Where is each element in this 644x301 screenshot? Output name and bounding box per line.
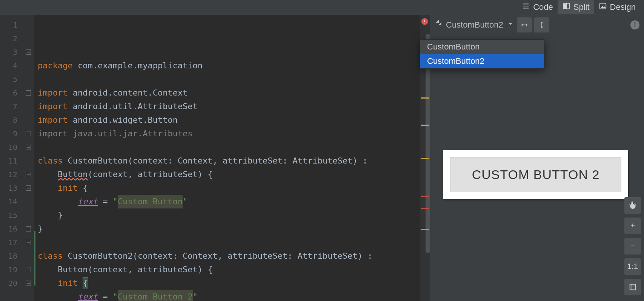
code-editor[interactable]: 1234567891011121314151617181920 package … xyxy=(0,15,430,301)
warning-marker[interactable] xyxy=(421,158,429,159)
preview-canvas[interactable]: CUSTOM BUTTON 2 + − 1:1 xyxy=(430,35,644,301)
fold-toggle-icon[interactable] xyxy=(26,240,31,245)
code-line[interactable]: init { xyxy=(38,181,420,195)
code-line[interactable]: import android.widget.Button xyxy=(38,113,420,127)
chevron-down-icon xyxy=(506,20,515,30)
line-number: 9 xyxy=(0,127,17,140)
orientation-vertical-button[interactable] xyxy=(534,17,549,32)
split-icon xyxy=(562,2,570,12)
view-mode-code[interactable]: Code xyxy=(517,0,558,14)
line-number: 19 xyxy=(0,263,17,276)
code-line[interactable]: import java.util.jar.Attributes xyxy=(38,127,420,140)
line-number: 1 xyxy=(0,18,17,32)
zoom-out-tool[interactable]: − xyxy=(624,238,641,255)
code-line[interactable]: package com.example.myapplication xyxy=(38,59,420,73)
preview-rendered-widget: CUSTOM BUTTON 2 xyxy=(443,150,628,199)
fold-toggle-icon[interactable] xyxy=(26,49,31,55)
code-line[interactable] xyxy=(38,140,420,154)
preview-view-selector-label: CustomButton2 xyxy=(446,20,503,30)
line-number: 10 xyxy=(0,140,17,154)
line-number: 5 xyxy=(0,73,17,86)
svg-marker-6 xyxy=(601,6,606,8)
code-line[interactable] xyxy=(38,236,420,249)
code-line[interactable]: class CustomButton2(context: Context, at… xyxy=(38,249,420,263)
pan-tool[interactable] xyxy=(624,197,641,214)
code-text-area[interactable]: package com.example.myapplicationimport … xyxy=(34,15,420,301)
line-number: 7 xyxy=(0,100,17,113)
line-number: 6 xyxy=(0,86,17,100)
view-mode-code-label: Code xyxy=(533,2,553,12)
error-marker[interactable] xyxy=(421,196,429,197)
svg-rect-3 xyxy=(563,3,566,9)
code-line[interactable]: } xyxy=(38,222,420,236)
preview-zoom-tools: + − 1:1 xyxy=(624,197,641,295)
fold-toggle-icon[interactable] xyxy=(26,131,31,136)
line-number: 17 xyxy=(0,236,17,249)
code-line[interactable]: Button(context, attributeSet) { xyxy=(38,168,420,181)
error-marker[interactable] xyxy=(421,208,429,209)
rendered-button: CUSTOM BUTTON 2 xyxy=(450,157,621,192)
view-mode-split[interactable]: Split xyxy=(558,0,594,14)
code-line[interactable]: text = "Custom Button 2" xyxy=(38,290,420,301)
fold-toggle-icon[interactable] xyxy=(26,172,31,177)
line-number: 11 xyxy=(0,154,17,168)
code-line[interactable]: import android.content.Context xyxy=(38,86,420,100)
code-line[interactable]: class CustomButton(context: Context, att… xyxy=(38,154,420,168)
line-number: 13 xyxy=(0,181,17,195)
fold-toggle-icon[interactable] xyxy=(26,90,31,96)
list-icon xyxy=(522,2,530,12)
line-number-gutter: 1234567891011121314151617181920 xyxy=(0,15,23,301)
tools-icon xyxy=(435,20,443,30)
preview-dropdown-option[interactable]: CustomButton xyxy=(420,40,544,54)
fold-toggle-icon[interactable] xyxy=(26,145,31,150)
view-mode-split-label: Split xyxy=(573,2,590,12)
zoom-in-tool[interactable]: + xyxy=(624,218,641,234)
vcs-change-marker xyxy=(34,231,35,286)
line-number: 15 xyxy=(0,208,17,222)
line-number: 3 xyxy=(0,45,17,59)
warning-marker[interactable] xyxy=(421,125,429,126)
view-mode-toolbar: Code Split Design xyxy=(0,0,644,15)
svg-rect-4 xyxy=(567,3,569,9)
orientation-horizontal-button[interactable] xyxy=(517,17,532,32)
fold-toggle-icon[interactable] xyxy=(26,185,31,191)
main-split: 1234567891011121314151617181920 package … xyxy=(0,15,644,301)
fold-toggle-icon[interactable] xyxy=(26,281,31,286)
line-number: 12 xyxy=(0,168,17,181)
line-number: 16 xyxy=(0,222,17,236)
line-number: 4 xyxy=(0,59,17,73)
line-number: 18 xyxy=(0,249,17,263)
warning-marker[interactable] xyxy=(421,97,429,99)
line-number: 8 xyxy=(0,113,17,127)
warning-marker[interactable] xyxy=(421,229,429,230)
preview-issues-badge[interactable]: ! xyxy=(630,20,639,29)
code-line[interactable]: init { xyxy=(38,276,420,290)
line-number: 2 xyxy=(0,32,17,45)
code-line[interactable] xyxy=(38,73,420,86)
fold-gutter xyxy=(23,15,34,301)
zoom-actual-tool[interactable]: 1:1 xyxy=(624,258,641,275)
view-mode-design[interactable]: Design xyxy=(594,0,640,14)
code-line[interactable]: import android.util.AttributeSet xyxy=(38,100,420,113)
preview-toolbar: CustomButton2 ! xyxy=(430,15,644,35)
preview-dropdown-option[interactable]: CustomButton2 xyxy=(420,54,544,68)
preview-view-selector[interactable]: CustomButton2 xyxy=(435,20,515,30)
code-line[interactable]: Button(context, attributeSet) { xyxy=(38,263,420,276)
view-mode-design-label: Design xyxy=(610,2,636,12)
preview-view-dropdown[interactable]: CustomButtonCustomButton2 xyxy=(420,39,544,69)
svg-rect-7 xyxy=(630,284,636,290)
zoom-fit-tool[interactable] xyxy=(624,279,641,295)
fold-toggle-icon[interactable] xyxy=(26,226,31,232)
code-line[interactable]: text = "Custom Button" xyxy=(38,195,420,208)
image-icon xyxy=(599,2,607,12)
error-indicator-icon[interactable]: ! xyxy=(421,18,428,25)
line-number: 20 xyxy=(0,276,17,290)
code-line[interactable]: } xyxy=(38,208,420,222)
line-number: 14 xyxy=(0,195,17,208)
fold-toggle-icon[interactable] xyxy=(26,267,31,272)
